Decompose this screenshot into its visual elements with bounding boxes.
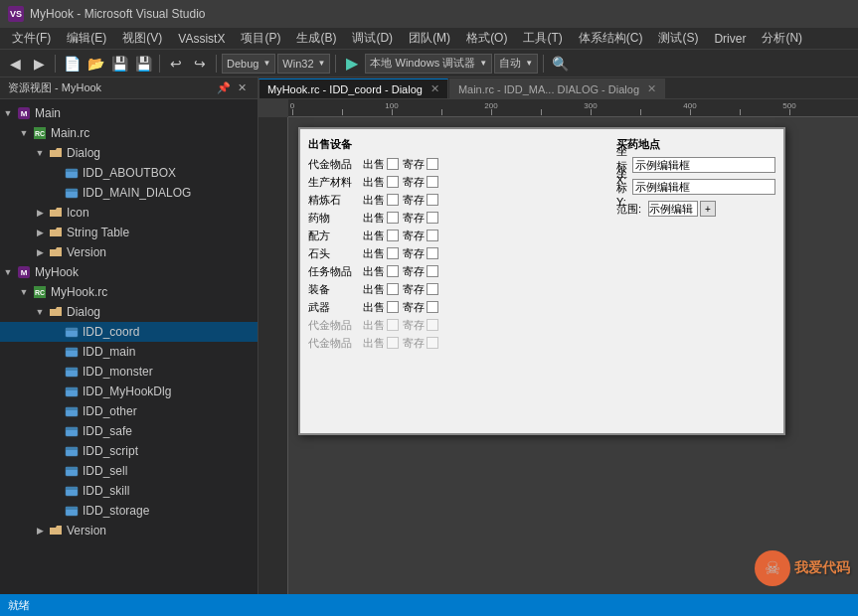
row-sell-check-3[interactable] [387,212,399,224]
open-btn[interactable]: 📂 [85,53,106,75]
tree-item-main[interactable]: ▼MMain [0,103,257,123]
tree-expander-idd-aboutbox[interactable] [48,165,64,181]
dialog-canvas[interactable]: 0100200300400500 出售设备 代金物品 出售 寄存 生产材料 出售… [258,99,858,594]
tree-item-idd-main[interactable]: IDD_main [0,342,257,362]
tree-item-idd-other[interactable]: IDD_other [0,401,257,421]
menu-item-p[interactable]: 项目(P) [233,28,288,49]
row-store-check-5[interactable] [427,247,438,259]
row-store-check-9[interactable] [427,319,438,331]
tree-item-string-table[interactable]: ▶String Table [0,223,257,242]
tree-expander-idd-skill[interactable] [48,483,64,499]
row-store-check-2[interactable] [427,194,438,206]
tree-expander-idd-myhookdlg[interactable] [48,384,64,399]
row-sell-check-4[interactable] [387,230,399,241]
menu-item-e[interactable]: 编辑(E) [59,28,114,49]
row-sell-check-6[interactable] [387,265,399,277]
tree-item-myhook-version[interactable]: ▶Version [0,521,257,540]
tree-item-idd-monster[interactable]: IDD_monster [0,362,257,382]
row-sell-check-5[interactable] [387,247,399,259]
tab-close-main-dialog[interactable]: ✕ [647,82,656,95]
tree-expander-idd-storage[interactable] [48,503,64,519]
tree-expander-idd-safe[interactable] [48,423,64,439]
tree-expander-idd-sell[interactable] [48,463,64,479]
tree-expander-myhook[interactable]: ▼ [0,264,16,280]
tree-expander-main[interactable]: ▼ [0,105,16,121]
tree-expander-dialog[interactable]: ▼ [32,145,48,161]
coord-x-input[interactable] [632,157,775,173]
new-file-btn[interactable]: 📄 [61,53,83,75]
row-sell-check-10[interactable] [387,337,399,349]
tab-close-myhook-coord[interactable]: ✕ [430,82,439,95]
tree-item-idd-safe[interactable]: IDD_safe [0,421,257,441]
menu-item-m[interactable]: 团队(M) [401,28,458,49]
range-input[interactable] [648,201,698,217]
menu-item-f[interactable]: 文件(F) [4,28,59,49]
menu-item-driver[interactable]: Driver [706,30,754,48]
config-dropdown[interactable]: Debug ▼ [222,54,275,74]
tree-expander-idd-script[interactable] [48,443,64,459]
menu-item-n[interactable]: 分析(N) [754,28,810,49]
row-store-check-8[interactable] [427,301,438,313]
menu-item-b[interactable]: 生成(B) [288,28,344,49]
row-sell-check-8[interactable] [387,301,399,313]
forward-btn[interactable]: ▶ [28,53,50,75]
tree-expander-idd-main-dialog[interactable] [48,185,64,201]
attach-dropdown[interactable]: 自动 ▼ [494,54,538,74]
tree-item-icon[interactable]: ▶Icon [0,203,257,223]
tree-expander-myhook-version[interactable]: ▶ [32,523,48,539]
tab-myhook-coord[interactable]: MyHook.rc - IDD_coord - Dialog ✕ [258,78,448,98]
row-store-check-3[interactable] [427,212,438,224]
row-sell-check-7[interactable] [387,283,399,295]
undo-btn[interactable]: ↩ [165,53,187,75]
tree-expander-main-rc[interactable]: ▼ [16,125,32,141]
run-btn[interactable]: ▶ [341,53,363,75]
back-btn[interactable]: ◀ [4,53,26,75]
tree-item-dialog[interactable]: ▼Dialog [0,143,257,163]
tree-item-idd-skill[interactable]: IDD_skill [0,481,257,501]
run-dropdown[interactable]: 本地 Windows 调试器 ▼ [365,54,492,74]
save-btn[interactable]: 💾 [108,53,130,75]
tab-main-dialog[interactable]: Main.rc - IDD_MA... DIALOG - Dialog ✕ [449,78,665,98]
menu-item-o[interactable]: 格式(O) [458,28,515,49]
tree-item-idd-main-dialog[interactable]: IDD_MAIN_DIALOG [0,183,257,203]
tree-expander-idd-monster[interactable] [48,364,64,380]
menu-item-s[interactable]: 测试(S) [650,28,706,49]
search-btn[interactable]: 🔍 [549,53,571,75]
redo-btn[interactable]: ↪ [189,53,211,75]
tree-item-idd-sell[interactable]: IDD_sell [0,461,257,481]
row-sell-check-0[interactable] [387,158,399,170]
tree-expander-string-table[interactable]: ▶ [32,225,48,240]
close-panel-btn[interactable]: ✕ [234,80,250,96]
tree-expander-idd-other[interactable] [48,403,64,419]
menu-item-v[interactable]: 视图(V) [114,28,170,49]
save-all-btn[interactable]: 💾 [132,53,154,75]
tree-item-myhook-rc[interactable]: ▼RCMyHook.rc [0,282,257,302]
row-store-check-10[interactable] [427,337,438,349]
menu-item-d[interactable]: 调试(D) [344,28,401,49]
pin-btn[interactable]: 📌 [216,80,232,96]
row-sell-check-1[interactable] [387,176,399,188]
tree-expander-myhook-rc[interactable]: ▼ [16,284,32,300]
row-store-check-4[interactable] [427,230,438,241]
tree-item-idd-storage[interactable]: IDD_storage [0,501,257,521]
tree-expander-icon[interactable]: ▶ [32,205,48,221]
row-store-check-1[interactable] [427,176,438,188]
row-store-check-7[interactable] [427,283,438,295]
row-store-check-6[interactable] [427,265,438,277]
tree-item-idd-aboutbox[interactable]: IDD_ABOUTBOX [0,163,257,183]
tree-expander-version[interactable]: ▶ [32,244,48,260]
row-store-check-0[interactable] [427,158,438,170]
tree-item-main-rc[interactable]: ▼RCMain.rc [0,123,257,143]
tree-item-idd-script[interactable]: IDD_script [0,441,257,461]
row-sell-check-2[interactable] [387,194,399,206]
tree-item-version[interactable]: ▶Version [0,242,257,262]
menu-item-t[interactable]: 工具(T) [515,28,570,49]
tree-item-idd-myhookdlg[interactable]: IDD_MyHookDlg [0,382,257,401]
row-sell-check-9[interactable] [387,319,399,331]
platform-dropdown[interactable]: Win32 ▼ [277,54,330,74]
tree-expander-myhook-dialog[interactable]: ▼ [32,304,48,320]
tree-expander-idd-coord[interactable] [48,324,64,340]
menu-item-c[interactable]: 体系结构(C) [571,28,651,49]
tree-item-idd-coord[interactable]: IDD_coord [0,322,257,342]
range-plus-btn[interactable]: + [700,201,716,217]
